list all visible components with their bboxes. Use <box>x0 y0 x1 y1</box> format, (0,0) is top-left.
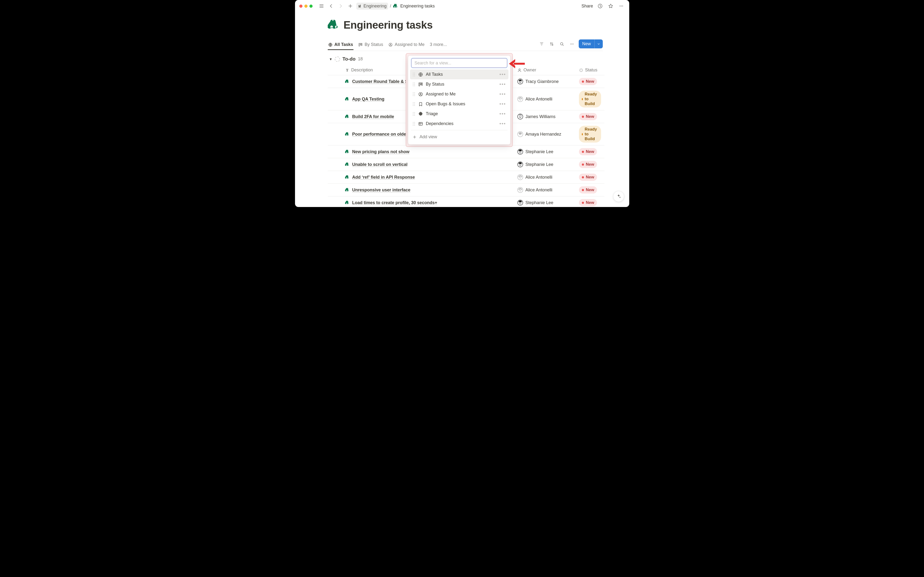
view-option[interactable]: All Tasks••• <box>410 69 509 79</box>
table-row-status[interactable]: New <box>575 110 604 123</box>
view-option-more-icon[interactable]: ••• <box>499 111 506 117</box>
table-row-status[interactable]: New <box>575 145 604 158</box>
table-row-status[interactable]: New <box>575 184 604 197</box>
binoculars-icon <box>345 79 350 84</box>
table-row-owner[interactable]: Alice Antonelli <box>514 88 575 110</box>
views-more[interactable]: 3 more... <box>429 40 447 50</box>
table-row-owner[interactable]: Stephanie Lee <box>514 145 575 158</box>
board-icon <box>358 43 363 47</box>
view-option[interactable]: Open Bugs & Issues••• <box>410 99 509 109</box>
view-option[interactable]: Assigned to Me••• <box>410 89 509 99</box>
nav-back-icon[interactable] <box>328 2 335 10</box>
nav-forward-icon[interactable] <box>337 2 344 10</box>
table-row-status[interactable]: New <box>575 75 604 88</box>
person-circle-icon <box>388 43 393 47</box>
table-row-owner[interactable]: Alice Antonelli <box>514 171 575 184</box>
table-row-desc[interactable]: Unresponsive user interface <box>342 184 514 197</box>
table-row-desc[interactable]: Load times to create profile, 30 seconds… <box>342 197 514 207</box>
table-row-desc[interactable]: Unable to scroll on vertical <box>342 158 514 171</box>
add-view-button[interactable]: Add view <box>410 132 509 142</box>
favorite-icon[interactable] <box>607 2 614 10</box>
new-page-icon[interactable] <box>347 2 354 10</box>
table-row-status[interactable]: Ready to Build <box>575 123 604 145</box>
filter-icon[interactable] <box>538 40 545 47</box>
search-icon[interactable] <box>559 40 565 47</box>
plus-icon <box>412 135 417 139</box>
table-row-desc[interactable]: New pricing plans not show <box>342 145 514 158</box>
breadcrumb-parent[interactable]: Engineering <box>356 3 388 10</box>
new-button-caret[interactable] <box>594 39 603 48</box>
table-row-status[interactable]: Ready to Build <box>575 88 604 110</box>
table-row-owner[interactable]: James Williams <box>514 110 575 123</box>
binoculars-icon <box>393 3 399 9</box>
ai-assist-button[interactable] <box>613 191 624 202</box>
sparkle-icon <box>616 194 621 199</box>
avatar <box>517 131 523 137</box>
share-button[interactable]: Share <box>582 3 593 9</box>
view-option[interactable]: Dependencies••• <box>410 119 509 129</box>
page-icon[interactable] <box>328 19 340 31</box>
views-bar: All Tasks By Status Assigned to Me 3 mor… <box>328 39 603 51</box>
drag-handle-icon[interactable] <box>412 92 415 97</box>
status-prop-icon <box>579 68 583 73</box>
group-count: 18 <box>358 56 363 61</box>
avatar <box>517 161 523 167</box>
view-option-more-icon[interactable]: ••• <box>499 121 506 126</box>
view-option-more-icon[interactable]: ••• <box>499 91 506 97</box>
status-badge: New <box>579 199 597 206</box>
col-status[interactable]: Status <box>575 65 604 75</box>
view-option[interactable]: By Status••• <box>410 79 509 89</box>
window-minimize[interactable] <box>304 5 307 8</box>
breadcrumb-current[interactable]: Engineering tasks <box>393 3 435 9</box>
table-row-owner[interactable]: Alice Antonelli <box>514 184 575 197</box>
more-icon[interactable] <box>618 2 625 10</box>
view-option-more-icon[interactable]: ••• <box>499 101 506 107</box>
table-row-owner[interactable]: Tracy Giambrone <box>514 75 575 88</box>
breadcrumb: Engineering / Engineering tasks <box>356 3 435 10</box>
page-title-text[interactable]: Engineering tasks <box>344 19 433 31</box>
status-badge: New <box>579 186 597 193</box>
col-owner[interactable]: Owner <box>514 65 575 75</box>
group-name: To-do <box>342 56 355 62</box>
table-row-owner[interactable]: Stephanie Lee <box>514 158 575 171</box>
new-button[interactable]: New <box>579 39 603 48</box>
binoculars-icon <box>345 114 350 119</box>
window-zoom[interactable] <box>309 5 313 8</box>
avatar <box>517 200 523 206</box>
sidebar-toggle-icon[interactable] <box>318 2 325 10</box>
drag-handle-icon[interactable] <box>412 122 415 126</box>
table-row-status[interactable]: New <box>575 197 604 207</box>
table-row-owner[interactable]: Stephanie Lee <box>514 197 575 207</box>
view-tab-assigned-to-me[interactable]: Assigned to Me <box>388 40 425 50</box>
view-option-more-icon[interactable]: ••• <box>499 82 506 87</box>
view-search-input[interactable] <box>412 58 507 68</box>
puzzle-icon <box>418 111 423 116</box>
sort-icon[interactable] <box>548 40 555 47</box>
globe-icon <box>328 43 333 47</box>
globe-icon <box>418 72 423 77</box>
window-close[interactable] <box>299 5 302 8</box>
drag-handle-icon[interactable] <box>412 112 415 116</box>
avatar <box>517 96 523 102</box>
drag-handle-icon[interactable] <box>412 82 415 87</box>
table-row-desc[interactable]: Add ‘ref’ field in API Response <box>342 171 514 184</box>
binoculars-icon <box>345 149 350 154</box>
table-row-owner[interactable]: Amaya Hernandez <box>514 123 575 145</box>
status-badge: New <box>579 174 597 181</box>
updates-icon[interactable] <box>596 2 604 10</box>
table-row-status[interactable]: New <box>575 171 604 184</box>
view-tab-by-status[interactable]: By Status <box>358 40 384 50</box>
traffic-lights <box>299 5 313 8</box>
status-badge: New <box>579 148 597 155</box>
drag-handle-icon[interactable] <box>412 102 415 106</box>
disclosure-triangle-icon[interactable]: ▼ <box>329 57 333 61</box>
table-row-status[interactable]: New <box>575 158 604 171</box>
view-tab-all-tasks[interactable]: All Tasks <box>328 40 354 50</box>
status-badge: New <box>579 78 597 85</box>
view-option[interactable]: Triage••• <box>410 109 509 119</box>
view-options-icon[interactable] <box>569 40 575 47</box>
workspace-icon <box>358 4 362 8</box>
bookmark-icon <box>418 102 423 106</box>
drag-handle-icon[interactable] <box>412 73 415 77</box>
view-option-more-icon[interactable]: ••• <box>499 72 506 77</box>
